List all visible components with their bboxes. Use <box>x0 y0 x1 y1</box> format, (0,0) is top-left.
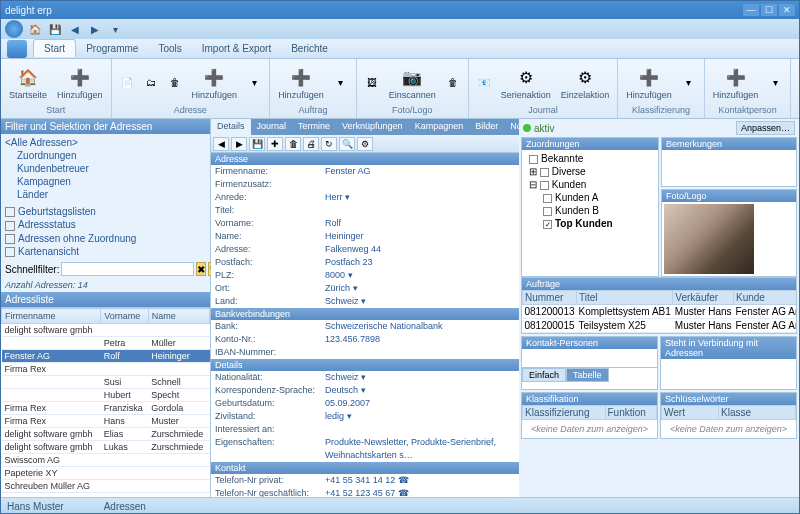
zuord-item[interactable]: Kunden A <box>525 191 655 204</box>
grid-row[interactable]: Firma RexHansMuster <box>2 415 210 428</box>
zuord-item[interactable]: Top Kunden <box>525 217 655 230</box>
check-item[interactable]: Geburtstagslisten <box>5 205 206 218</box>
file-orb[interactable] <box>7 40 27 58</box>
checkbox-icon[interactable] <box>5 234 15 244</box>
ribbon-btn[interactable]: 🗑 <box>442 74 464 92</box>
klass-col-1[interactable]: Funktion <box>605 406 657 420</box>
tb-print-icon[interactable]: 🖨 <box>303 137 319 151</box>
checkbox-icon[interactable] <box>5 207 15 217</box>
ribbon-btn[interactable]: ▾ <box>764 74 786 92</box>
checkbox-icon[interactable] <box>540 168 549 177</box>
check-item[interactable]: Kartenansicht <box>5 245 206 258</box>
ribbon-btn[interactable]: 📄 <box>116 74 138 92</box>
ribbon-btn[interactable]: 🏠Startseite <box>5 64 51 102</box>
tb-search-icon[interactable]: 🔍 <box>339 137 355 151</box>
field-value[interactable]: Schweiz ▾ <box>325 371 515 384</box>
grid-col[interactable]: Name <box>148 309 209 324</box>
ribbon-btn[interactable]: ➕Hinzufügen <box>274 64 328 102</box>
grid-col[interactable]: Vorname <box>101 309 149 324</box>
field-value[interactable]: Heininger <box>325 230 515 243</box>
order-col[interactable]: Kunde <box>734 291 796 305</box>
bemerkungen-body[interactable] <box>662 150 796 186</box>
ribbon-btn[interactable]: ▾ <box>678 74 700 92</box>
kontaktpersonen-body[interactable] <box>522 349 657 367</box>
checkbox-icon[interactable] <box>5 247 15 257</box>
grid-row[interactable]: Firma RexFranziskaGordola <box>2 402 210 415</box>
ribbon-btn[interactable]: 🗑 <box>164 74 186 92</box>
grid-row[interactable]: Fenster AGRolfHeininger <box>2 350 210 363</box>
qat-dropdown-icon[interactable]: ▾ <box>107 21 123 37</box>
kp-tab-einfach[interactable]: Einfach <box>522 368 566 382</box>
order-col[interactable]: Verkäufer <box>673 291 734 305</box>
field-value[interactable]: Schweizerische Nationalbank <box>325 320 515 333</box>
ribbon-btn[interactable]: ▾ <box>243 74 265 92</box>
ribbon-btn[interactable]: ⚙Serienaktion <box>497 64 555 102</box>
field-value[interactable] <box>325 204 515 217</box>
grid-row[interactable]: SusiSchnell <box>2 376 210 389</box>
qat-save-icon[interactable]: 💾 <box>47 21 63 37</box>
grid-row[interactable]: delight software gmbhLukasZurschmiede <box>2 441 210 454</box>
field-value[interactable] <box>325 178 515 191</box>
ribbon-btn[interactable]: ➕Hinzufügen <box>53 64 107 102</box>
detail-tab[interactable]: Verknüpfungen <box>336 119 409 135</box>
qat-forward-icon[interactable]: ▶ <box>87 21 103 37</box>
detail-tab[interactable]: Termine <box>292 119 336 135</box>
field-value[interactable]: 123.456.7898 <box>325 333 515 346</box>
field-value[interactable]: ledig ▾ <box>325 410 515 423</box>
field-value[interactable] <box>325 346 515 359</box>
detail-tab[interactable]: Bilder <box>469 119 504 135</box>
grid-row[interactable]: delight software gmbhEliasZurschmiede <box>2 428 210 441</box>
checkbox-icon[interactable] <box>543 220 552 229</box>
menu-tab-programme[interactable]: Programme <box>76 40 148 57</box>
address-grid[interactable]: FirmennameVornameNamedelight software gm… <box>1 307 210 497</box>
quickfilter-clear-icon[interactable]: ✖ <box>196 262 206 276</box>
qat-home-icon[interactable]: 🏠 <box>27 21 43 37</box>
order-col[interactable]: Titel <box>577 291 673 305</box>
menu-tab-tools[interactable]: Tools <box>148 40 191 57</box>
detail-tab[interactable]: Kampagnen <box>409 119 470 135</box>
order-row[interactable]: 081200013Komplettsystem AB1Muster HansFe… <box>523 305 797 319</box>
grid-row[interactable]: delight software gmbh <box>2 324 210 337</box>
tb-save-icon[interactable]: 💾 <box>249 137 265 151</box>
tb-prev-icon[interactable]: ◀ <box>213 137 229 151</box>
field-value[interactable]: 8000 ▾ <box>325 269 515 282</box>
grid-row[interactable]: PetraMüller <box>2 337 210 350</box>
zuord-item[interactable]: Bekannte <box>525 152 655 165</box>
qat-back-icon[interactable]: ◀ <box>67 21 83 37</box>
tb-next-icon[interactable]: ▶ <box>231 137 247 151</box>
ribbon-btn[interactable]: 🗂 <box>140 74 162 92</box>
checkbox-icon[interactable] <box>543 207 552 216</box>
field-value[interactable]: Herr ▾ <box>325 191 515 204</box>
field-value[interactable]: Deutsch ▾ <box>325 384 515 397</box>
klass-col-0[interactable]: Klassifizierung <box>523 406 606 420</box>
field-value[interactable]: Fenster AG <box>325 165 515 178</box>
maximize-button[interactable]: ☐ <box>761 4 777 16</box>
checkbox-icon[interactable] <box>5 221 15 231</box>
field-value[interactable]: +41 52 123 45 67 ☎ <box>325 487 515 497</box>
field-value[interactable]: Schweiz ▾ <box>325 295 515 308</box>
ribbon-btn[interactable]: ➕Hinzufügen <box>709 64 763 102</box>
filter-checks[interactable]: GeburtstagslistenAdressstatusAdressen oh… <box>1 203 210 260</box>
tb-gear-icon[interactable]: ⚙ <box>357 137 373 151</box>
grid-row[interactable]: HubertSpecht <box>2 389 210 402</box>
ribbon-btn[interactable]: 🖼 <box>361 74 383 92</box>
app-orb[interactable] <box>5 20 23 38</box>
schluss-col-0[interactable]: Wert <box>662 406 719 420</box>
anpassen-button[interactable]: Anpassen… <box>736 121 795 135</box>
zuordnungen-tree[interactable]: Bekannte⊞ Diverse⊟ KundenKunden AKunden … <box>522 150 658 230</box>
checkbox-icon[interactable] <box>529 155 538 164</box>
order-row[interactable]: 081200015Teilsystem X25Muster HansFenste… <box>523 319 797 333</box>
quickfilter-input[interactable] <box>61 262 194 276</box>
field-value[interactable]: Zürich ▾ <box>325 282 515 295</box>
detail-tab[interactable]: Journal <box>251 119 293 135</box>
tree-item[interactable]: Zuordnungen <box>5 149 206 162</box>
ribbon-btn[interactable]: ⚙Einzelaktion <box>557 64 614 102</box>
schluss-col-1[interactable]: Klasse <box>719 406 796 420</box>
verbindung-body[interactable] <box>661 359 796 389</box>
checkbox-icon[interactable] <box>543 194 552 203</box>
field-value[interactable]: 05.09.2007 <box>325 397 515 410</box>
field-value[interactable] <box>325 423 515 436</box>
grid-row[interactable]: Schreuben Müller AG <box>2 480 210 493</box>
ribbon-btn[interactable]: ➕Hinzufügen <box>188 64 242 102</box>
field-value[interactable]: Produkte-Newsletter, Produkte-Serienbrie… <box>325 436 515 462</box>
